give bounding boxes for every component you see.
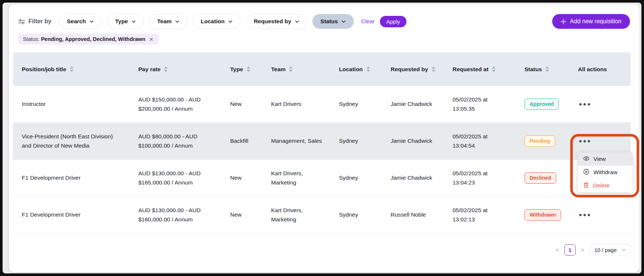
apply-filters-button[interactable]: Apply [380, 16, 406, 27]
column-header[interactable]: Requested at [444, 66, 516, 73]
cell-requested-by: Jamie Chadwick [391, 100, 432, 108]
clear-filters-link[interactable]: Clear [361, 18, 375, 25]
page-1-button[interactable]: 1 [564, 244, 576, 256]
table-row[interactable]: F1 Development Driver AUD $130,000.00 - … [13, 160, 631, 197]
filter-pill-team[interactable]: Team [149, 14, 187, 29]
column-header-label: Requested at [453, 66, 488, 73]
menu-item-delete[interactable]: Delete [578, 179, 633, 192]
column-header-label: Location [339, 66, 363, 73]
column-header[interactable]: Type [221, 66, 262, 73]
filter-pill-label: Type [115, 18, 128, 25]
previous-page-button[interactable]: < [554, 246, 561, 255]
status-badge: Pending [524, 135, 555, 147]
filter-pill-label: Location [201, 18, 225, 25]
cell-location: Sydney [330, 100, 382, 108]
add-new-requisition-button[interactable]: Add new requisition [552, 14, 630, 29]
cell-pay-rate: AUD $150,000.00 - AUD $200,000.00 / Annu… [129, 95, 221, 113]
cell-location: Sydney [330, 173, 382, 182]
cell-requested-at: 05/02/2025 at 13:04:54 [453, 132, 508, 150]
sort-icon[interactable] [545, 66, 549, 72]
column-header[interactable]: All actions [569, 66, 631, 73]
sort-icon[interactable] [246, 66, 250, 72]
filter-bar: Filter by Search Type Team Location Requ… [13, 14, 630, 29]
cell-position: Vice-President (North East Division) and… [13, 132, 129, 150]
cell-type: New [221, 210, 262, 219]
row-actions-menu: View Withdraw Delete [578, 152, 633, 192]
table-header-row: Position/job title Pay rate Type Team Lo… [13, 52, 631, 86]
cell-location: Sydney [330, 137, 382, 145]
cell-team: Kart Drivers [271, 100, 301, 108]
table-body: Instructor AUD $150,000.00 - AUD $200,00… [13, 86, 631, 234]
sort-icon[interactable] [164, 66, 168, 72]
active-filters-row: Status: Pending, Approved, Declined, Wit… [13, 34, 630, 45]
filter-pill-type[interactable]: Type [107, 14, 144, 29]
table-row[interactable]: Instructor AUD $150,000.00 - AUD $200,00… [13, 86, 631, 123]
column-header-label: Type [230, 66, 243, 73]
row-actions-button[interactable]: ●●● [578, 137, 592, 145]
column-header[interactable]: Pay rate [129, 66, 221, 73]
column-header-label: Team [271, 66, 285, 73]
row-actions-button[interactable]: ●●● [578, 210, 592, 219]
sort-icon[interactable] [492, 66, 496, 72]
filter-pill-label: Status [321, 18, 338, 25]
column-header[interactable]: Team [262, 66, 330, 73]
row-actions-button[interactable]: ●●● [578, 100, 592, 108]
menu-item-withdraw[interactable]: Withdraw [578, 166, 633, 179]
cell-position: F1 Development Driver [13, 173, 129, 182]
sort-icon[interactable] [366, 66, 370, 72]
column-header[interactable]: Location [330, 66, 382, 73]
column-header-label: Position/job title [22, 66, 66, 73]
sort-icon[interactable] [432, 66, 436, 72]
sort-icon[interactable] [289, 66, 293, 72]
cell-pay-rate: AUD $130,000.00 - AUD $160,000.00 / Annu… [129, 206, 221, 224]
column-header-label: All actions [578, 66, 607, 73]
sliders-icon [18, 18, 25, 25]
column-header[interactable]: Status [516, 66, 569, 73]
cell-requested-by: Russell Noble [391, 210, 426, 219]
cell-requested-at: 05/02/2025 at 13:02:13 [453, 206, 508, 224]
filter-pill-requested-by[interactable]: Requested by [246, 14, 307, 29]
page-size-value: 10 / page [595, 247, 617, 253]
chip-text: Status: Pending, Approved, Declined, Wit… [23, 36, 145, 42]
chevron-down-icon [228, 20, 232, 23]
cell-type: New [221, 173, 262, 182]
menu-item-label: Delete [593, 182, 610, 189]
chevron-down-icon [132, 20, 136, 23]
filter-pill-status[interactable]: Status [312, 14, 354, 29]
page-size-select[interactable]: 10 / page [590, 244, 631, 256]
status-badge: Withdrawn [524, 209, 561, 221]
cell-team: Kart Drivers, Marketing [271, 206, 324, 224]
screenshot-frame: Filter by Search Type Team Location Requ… [0, 0, 644, 276]
cell-pay-rate: AUD $130,000.00 - AUD $165,000.00 / Annu… [129, 169, 221, 187]
requisitions-table: Position/job title Pay rate Type Team Lo… [13, 52, 631, 234]
cell-type: Backfill [221, 137, 262, 145]
cell-position: F1 Development Driver [13, 210, 129, 219]
close-icon[interactable]: ✕ [149, 37, 154, 42]
requisitions-panel: Filter by Search Type Team Location Requ… [9, 4, 640, 272]
filter-pill-search[interactable]: Search [59, 14, 102, 29]
column-header[interactable]: Requested by [382, 66, 444, 73]
menu-item-label: Withdraw [593, 169, 617, 176]
chip-values: Pending, Approved, Declined, Withdrawn [41, 36, 145, 42]
chevron-down-icon [295, 20, 299, 23]
table-row[interactable]: Vice-President (North East Division) and… [13, 123, 631, 160]
menu-item-view[interactable]: View [578, 152, 633, 166]
circle-x-icon [583, 169, 589, 176]
filter-pill-label: Search [67, 18, 86, 25]
column-header-label: Pay rate [138, 66, 160, 73]
sort-icon[interactable] [70, 66, 74, 72]
column-header[interactable]: Position/job title [13, 66, 129, 73]
chevron-down-icon [90, 20, 94, 23]
chevron-down-icon [175, 20, 179, 23]
add-new-requisition-label: Add new requisition [570, 18, 622, 25]
chevron-down-icon [342, 20, 346, 23]
eye-icon [583, 155, 589, 163]
cell-requested-at: 05/02/2025 at 13:05:35 [453, 95, 508, 113]
table-row[interactable]: F1 Development Driver AUD $130,000.00 - … [13, 197, 631, 234]
filter-pill-location[interactable]: Location [193, 14, 240, 29]
filter-pill-label: Team [157, 18, 172, 25]
next-page-button[interactable]: > [579, 246, 586, 255]
cell-team: Management, Sales [271, 137, 322, 145]
status-badge: Approved [524, 99, 559, 110]
column-header-label: Status [524, 66, 542, 73]
